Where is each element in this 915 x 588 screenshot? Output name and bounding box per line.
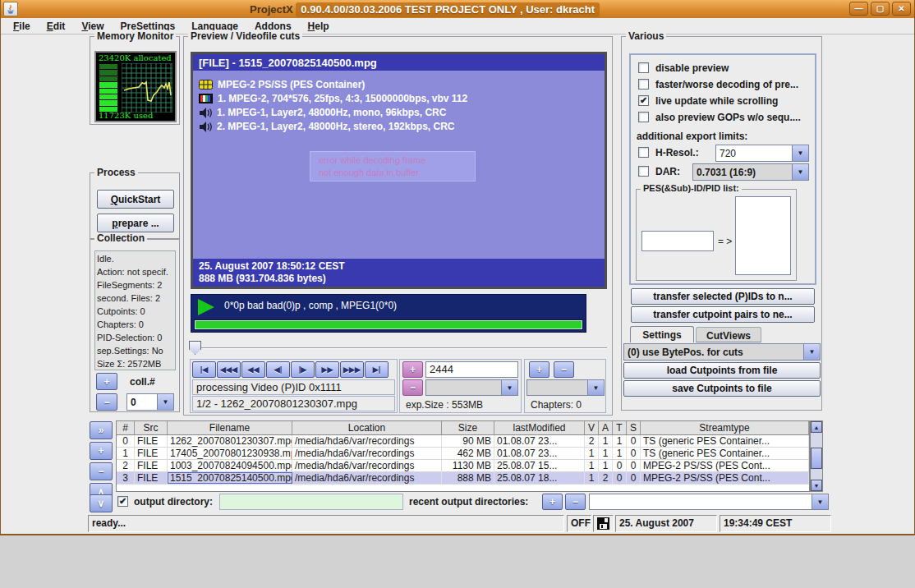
menu-file[interactable]: File	[6, 19, 38, 34]
rewind-fast-button[interactable]: ◀◀◀	[217, 361, 241, 378]
col-header[interactable]: Src	[135, 421, 168, 434]
tab-cutviews[interactable]: CutViews	[696, 327, 761, 342]
rewind-button[interactable]: ◀◀	[241, 361, 265, 378]
transfer-pids-button[interactable]: transfer selected (P)IDs to n...	[631, 288, 815, 305]
forward-fast-button[interactable]: ▶▶▶	[340, 361, 364, 378]
memory-monitor-display: 23420K allocated 11723K used	[94, 51, 177, 122]
cut-mode-select[interactable]: (0) use BytePos. for cuts ▼	[623, 343, 821, 361]
move-file-down-button[interactable]: ∨	[90, 494, 113, 512]
step-back-button[interactable]: ◀|	[266, 361, 290, 378]
col-header[interactable]: Location	[292, 421, 442, 434]
chevron-down-icon: ▼	[501, 380, 517, 395]
table-row[interactable]: 1FILE 17405_20070801230938.mpg/media/hda…	[117, 448, 809, 460]
pid-listbox[interactable]	[735, 196, 791, 275]
output-directory-checkbox[interactable]: ✔	[117, 496, 128, 507]
maximize-button[interactable]: ▢	[871, 2, 890, 16]
file-table-header: # Src Filename Location Size lastModifie…	[117, 421, 809, 435]
pid-input[interactable]	[641, 231, 714, 251]
close-button[interactable]: ✕	[892, 2, 911, 16]
export-limits-label: additional export limits:	[637, 131, 747, 142]
add-cutpoint-button[interactable]: +	[402, 361, 423, 378]
remove-file-button[interactable]: −	[90, 462, 113, 480]
scroll-up-icon[interactable]: ▲	[811, 421, 822, 433]
remove-collection-button[interactable]: −	[96, 393, 117, 411]
chevron-down-icon: ▼	[587, 380, 604, 395]
hresol-select[interactable]: 720 ▼	[715, 145, 809, 162]
tab-settings[interactable]: Settings	[630, 326, 694, 342]
main-content: Memory Monitor 23420K allocated 11723K	[1, 34, 915, 514]
transfer-cutpoints-button[interactable]: transfer cutpoint pairs to ne...	[631, 306, 815, 323]
chevron-down-icon: ▼	[803, 344, 820, 360]
minimize-button[interactable]: —	[849, 2, 868, 16]
add-file-button[interactable]: +	[90, 442, 113, 460]
position-slider-track[interactable]	[191, 347, 607, 349]
skip-end-button[interactable]: ▶|	[365, 361, 389, 378]
col-header[interactable]: Filename	[168, 421, 292, 434]
app-window: ProjectX 0.90.4.00/30.03.2006 TEST PROJE…	[0, 0, 915, 535]
faster-decoding-checkbox[interactable]	[638, 79, 649, 90]
collection-status-line: sep.Settings: No	[97, 344, 173, 357]
col-header[interactable]: Size	[442, 421, 494, 434]
preview-title: Preview / Videofile cuts	[188, 30, 302, 42]
remove-directory-button[interactable]: −	[565, 494, 586, 510]
col-header[interactable]: S	[627, 421, 641, 434]
table-row[interactable]: 0FILE 1262_20070801230307.mpg/media/hda6…	[117, 435, 809, 448]
chapters-count-label: Chapters: 0	[526, 397, 604, 412]
scrollbar-thumb[interactable]	[811, 448, 822, 469]
quickstart-button[interactable]: QuickStart	[97, 190, 174, 209]
add-chapter-button[interactable]: +	[529, 361, 549, 378]
save-cutpoints-button[interactable]: save Cutpoints to file	[623, 380, 821, 397]
position-slider-thumb[interactable]	[189, 341, 201, 355]
remove-cutpoint-button[interactable]: −	[402, 379, 423, 396]
disable-preview-checkbox[interactable]	[638, 62, 649, 73]
status-message: ready...	[88, 515, 564, 532]
dar-select[interactable]: 0.7031 (16:9) ▼	[692, 163, 809, 181]
live-update-checkbox[interactable]: ✔	[638, 95, 649, 106]
scroll-down-icon[interactable]: ▼	[811, 480, 822, 491]
col-header[interactable]: V	[585, 421, 599, 434]
hresol-checkbox[interactable]	[638, 147, 649, 158]
col-header[interactable]: #	[117, 421, 135, 434]
cutpoint-select[interactable]: ▼	[425, 379, 518, 396]
menu-edit[interactable]: Edit	[39, 19, 73, 34]
preview-screen[interactable]: [FILE] - 1515_20070825140500.mpg MPEG-2 …	[191, 52, 607, 289]
preview-gops-checkbox[interactable]	[638, 112, 649, 122]
minus-icon: −	[561, 364, 567, 375]
video-icon	[199, 94, 213, 103]
col-header[interactable]: Streamtype	[641, 421, 809, 434]
collection-number-select[interactable]: 0 ▼	[126, 393, 174, 411]
app-name: ProjectX	[250, 3, 293, 16]
collection-status-line: Idle.	[97, 252, 173, 265]
minus-icon: −	[410, 382, 416, 393]
prepare-button[interactable]: prepare ...	[97, 214, 174, 232]
add-collection-button[interactable]: +	[96, 373, 117, 390]
memory-history-graph	[122, 63, 172, 113]
various-title: Various	[626, 30, 666, 42]
skip-start-button[interactable]: |◀	[192, 361, 216, 378]
plus-icon: +	[103, 376, 109, 388]
col-header[interactable]: A	[599, 421, 613, 434]
add-directory-button[interactable]: +	[542, 494, 563, 510]
forward-button[interactable]: ▶▶	[315, 361, 339, 378]
frame-number-input[interactable]: 2444	[425, 361, 518, 378]
recent-directories-select[interactable]: ▼	[589, 494, 829, 510]
step-forward-button[interactable]: |▶	[291, 361, 315, 378]
col-header[interactable]: T	[613, 421, 627, 434]
table-row[interactable]: 2FILE 1003_20070824094500.mpg/media/hda6…	[117, 460, 809, 472]
decode-error-message: error while decoding frame not enough da…	[310, 151, 476, 181]
remove-chapter-button[interactable]: −	[554, 361, 574, 378]
output-directory-input[interactable]	[219, 494, 403, 510]
chevron-down-icon: ∨	[98, 498, 105, 509]
menu-help[interactable]: Help	[301, 19, 337, 34]
dar-checkbox[interactable]	[638, 166, 649, 177]
navigation-panel: |◀ ◀◀◀ ◀◀ ◀| |▶ ▶▶ ▶▶▶ ▶| processing Vid…	[190, 359, 398, 413]
table-scrollbar[interactable]: ▲ ▼	[810, 420, 823, 492]
col-header[interactable]: lastModified	[494, 421, 585, 434]
chapter-select[interactable]: ▼	[526, 379, 605, 396]
process-files-button[interactable]: »	[90, 421, 113, 439]
plus-icon: +	[98, 445, 103, 457]
table-row-selected[interactable]: 3FILE 1515_20070825140500.mpg/media/hda6…	[117, 472, 809, 485]
stream-info-audio1: 1. MPEG-1, Layer2, 48000Hz, mono, 96kbps…	[199, 107, 446, 118]
load-cutpoints-button[interactable]: load Cutpoints from file	[623, 362, 821, 379]
playback-status-text: 0*0p bad bad(0)p , comp , MPEG1(0*0)	[224, 300, 397, 311]
